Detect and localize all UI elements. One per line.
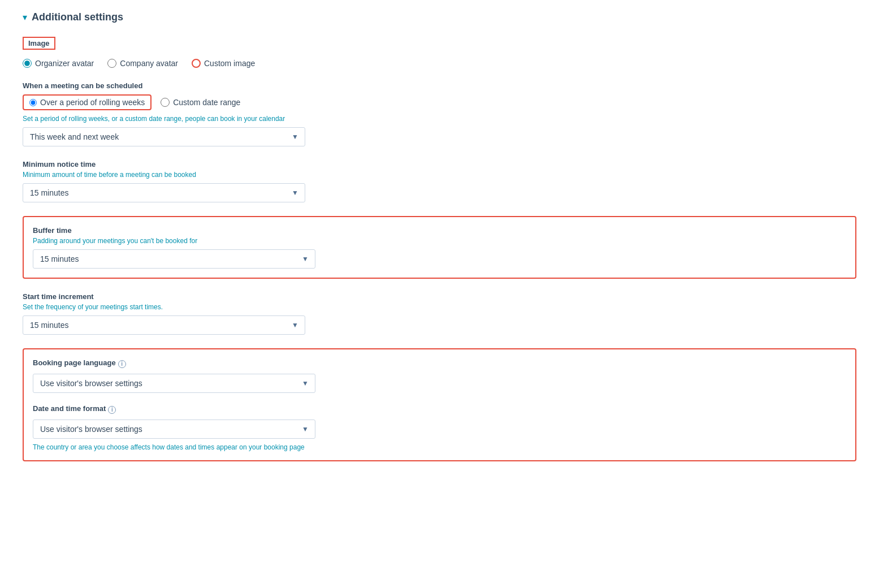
start-time-desc: Set the frequency of your meetings start… (23, 303, 856, 311)
custom-image-label: Custom image (204, 59, 255, 68)
radio-company-avatar[interactable]: Company avatar (107, 59, 178, 68)
chevron-icon[interactable]: ▾ (23, 12, 27, 23)
image-radio-group: Organizer avatar Company avatar Custom i… (23, 59, 856, 68)
buffer-time-dropdown-wrapper: No buffer 5 minutes 10 minutes 15 minute… (33, 249, 315, 269)
min-notice-label: Minimum notice time (23, 160, 856, 168)
section-header: ▾ Additional settings (23, 11, 856, 23)
radio-custom-date-range[interactable]: Custom date range (161, 98, 240, 107)
schedule-dropdown[interactable]: This week and next week 1 week 2 weeks 3… (23, 127, 305, 146)
radio-custom-image[interactable]: Custom image (192, 59, 255, 68)
schedule-section: When a meeting can be scheduled Over a p… (23, 81, 856, 146)
min-notice-dropdown-wrapper: No notice required 15 minutes 30 minutes… (23, 183, 305, 202)
start-time-label: Start time increment (23, 292, 856, 301)
min-notice-dropdown[interactable]: No notice required 15 minutes 30 minutes… (23, 183, 305, 202)
booking-language-label: Booking page language (33, 358, 116, 367)
schedule-radio-group: Over a period of rolling weeks Custom da… (23, 94, 856, 110)
buffer-time-section: Buffer time Padding around your meetings… (23, 216, 856, 279)
date-time-footer-note: The country or area you choose affects h… (33, 443, 846, 451)
date-time-format-dropdown[interactable]: Use visitor's browser settings 12-hour (… (33, 420, 315, 439)
schedule-label: When a meeting can be scheduled (23, 81, 856, 90)
schedule-hint: Set a period of rolling weeks, or a cust… (23, 115, 856, 123)
min-notice-section: Minimum notice time Minimum amount of ti… (23, 160, 856, 202)
buffer-time-desc: Padding around your meetings you can't b… (33, 237, 846, 245)
radio-rolling-weeks[interactable]: Over a period of rolling weeks (23, 94, 151, 110)
start-time-section: Start time increment Set the frequency o… (23, 292, 856, 335)
date-time-format-label: Date and time format (33, 404, 106, 413)
custom-image-radio-box[interactable] (192, 59, 201, 68)
date-time-format-dropdown-wrapper: Use visitor's browser settings 12-hour (… (33, 420, 315, 439)
rolling-weeks-label: Over a period of rolling weeks (40, 98, 145, 107)
date-time-format-info-icon[interactable]: i (108, 406, 116, 414)
booking-language-info-icon[interactable]: i (118, 360, 126, 368)
custom-date-range-label: Custom date range (173, 98, 240, 107)
booking-language-dropdown-wrapper: Use visitor's browser settings English F… (33, 374, 315, 393)
buffer-time-dropdown[interactable]: No buffer 5 minutes 10 minutes 15 minute… (33, 249, 315, 269)
schedule-dropdown-wrapper: This week and next week 1 week 2 weeks 3… (23, 127, 305, 146)
company-avatar-label: Company avatar (120, 59, 178, 68)
section-title: Additional settings (32, 11, 123, 23)
start-time-dropdown[interactable]: 5 minutes 10 minutes 15 minutes 20 minut… (23, 315, 305, 335)
start-time-dropdown-wrapper: 5 minutes 10 minutes 15 minutes 20 minut… (23, 315, 305, 335)
buffer-time-label: Buffer time (33, 226, 846, 235)
organizer-avatar-label: Organizer avatar (35, 59, 94, 68)
radio-organizer-avatar[interactable]: Organizer avatar (23, 59, 94, 68)
booking-language-section: Booking page language i Use visitor's br… (23, 348, 856, 461)
booking-language-dropdown[interactable]: Use visitor's browser settings English F… (33, 374, 315, 393)
min-notice-desc: Minimum amount of time before a meeting … (23, 171, 856, 179)
image-field-group: Image Organizer avatar Company avatar Cu… (23, 37, 856, 68)
image-label: Image (23, 37, 856, 53)
